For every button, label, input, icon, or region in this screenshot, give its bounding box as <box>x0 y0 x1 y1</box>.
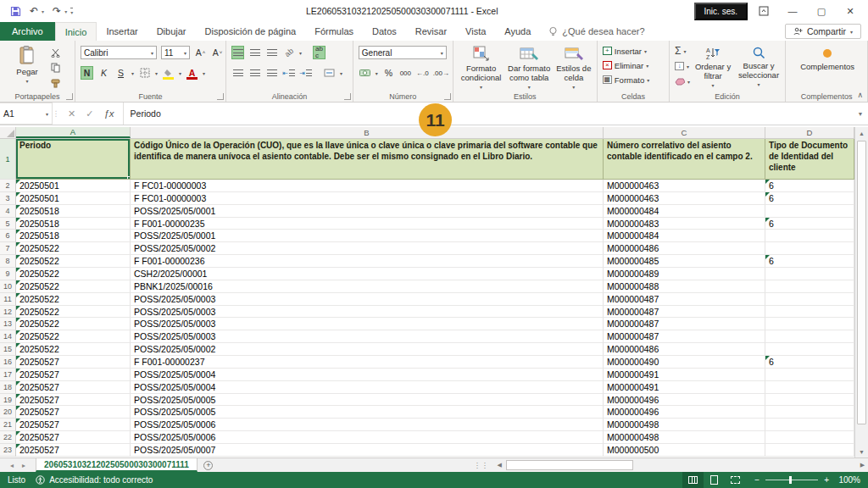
cell-doc[interactable] <box>765 205 854 218</box>
cell-cuo[interactable]: POSS/2025/05/0005 <box>131 394 604 407</box>
vertical-scrollbar-thumb[interactable] <box>857 141 866 424</box>
zoom-in-icon[interactable]: + <box>824 475 829 485</box>
cell-doc[interactable] <box>765 381 854 394</box>
format-cells-button[interactable]: ▦Formato <box>603 73 649 86</box>
tab-splitter-handle[interactable]: ⋮⋮ <box>474 458 489 472</box>
insert-cells-button[interactable]: +Insertar <box>603 44 647 58</box>
cell-period[interactable]: 20250527 <box>16 406 131 419</box>
view-normal-button[interactable] <box>682 472 704 488</box>
row-number[interactable]: 8 <box>0 255 16 268</box>
ribbon-display-options-icon[interactable] <box>751 2 776 20</box>
fill-button[interactable]: ↓ <box>675 59 690 73</box>
cell-doc[interactable] <box>765 444 854 457</box>
zoom-level[interactable]: 100% <box>837 475 868 485</box>
wrap-text-icon[interactable]: abc <box>313 46 326 59</box>
prev-sheet-icon[interactable]: ◂ <box>10 462 14 469</box>
sign-in-button[interactable]: Inic. ses. <box>694 3 748 20</box>
align-middle-icon[interactable] <box>248 46 261 59</box>
format-as-table-button[interactable]: Dar formato como tabla <box>505 44 553 91</box>
row-number[interactable]: 19 <box>0 394 16 407</box>
cell-period[interactable]: 20250522 <box>16 268 131 280</box>
row-number[interactable]: 5 <box>0 218 16 230</box>
enter-icon[interactable]: ✓ <box>86 108 93 119</box>
row-number[interactable]: 9 <box>0 268 16 280</box>
zoom-out-icon[interactable]: − <box>754 475 760 485</box>
cell-doc[interactable] <box>765 280 854 293</box>
cell-period[interactable]: 20250518 <box>16 205 131 218</box>
cell-cuo[interactable]: POSS/2025/05/0007 <box>131 444 604 457</box>
cell-asiento[interactable]: M000000484 <box>604 230 765 242</box>
cell-period[interactable]: 20250518 <box>16 230 131 242</box>
merge-caret-icon[interactable] <box>340 70 342 76</box>
cell-cuo[interactable]: F FC01-00000003 <box>131 180 604 192</box>
cell-cuo[interactable]: POSS/2025/05/0003 <box>131 330 604 343</box>
cell-asiento[interactable]: M000000484 <box>604 205 765 218</box>
row-number[interactable]: 22 <box>0 431 16 444</box>
cell-doc[interactable] <box>765 406 854 419</box>
underline-button[interactable]: S <box>114 66 127 80</box>
bold-button[interactable]: N <box>81 66 93 80</box>
cell-period[interactable]: 20250527 <box>16 381 131 394</box>
expand-formula-bar-icon[interactable]: ▼ <box>853 103 868 125</box>
cell-a1-selected[interactable]: Periodo <box>16 139 131 180</box>
undo-icon[interactable]: ↶ <box>30 6 38 16</box>
row-number[interactable]: 1 <box>0 139 16 180</box>
conditional-formatting-button[interactable]: Formato condicional <box>459 44 504 91</box>
row-number[interactable]: 17 <box>0 369 16 381</box>
cell-period[interactable]: 20250527 <box>16 431 131 444</box>
restore-button[interactable]: ▢ <box>809 2 834 20</box>
cell-asiento[interactable]: M000000490 <box>604 356 765 369</box>
customize-qat-icon[interactable]: ▾ <box>70 8 73 15</box>
addins-button[interactable]: Complementos <box>793 44 861 72</box>
cell-cuo[interactable]: POSS/2025/05/0002 <box>131 343 604 356</box>
cell-period[interactable]: 20250518 <box>16 218 131 230</box>
row-number[interactable]: 7 <box>0 242 16 255</box>
minimize-button[interactable]: — <box>780 2 805 20</box>
shrink-font-icon[interactable]: A˅ <box>211 46 224 59</box>
cell-period[interactable]: 20250522 <box>16 343 131 356</box>
format-painter-icon[interactable] <box>49 76 62 90</box>
cell-cuo[interactable]: POSS/2025/05/0006 <box>131 431 604 444</box>
cell-asiento[interactable]: M000000498 <box>604 431 765 444</box>
close-button[interactable]: ✕ <box>837 2 863 20</box>
save-icon[interactable] <box>10 6 21 17</box>
percent-style-button[interactable]: % <box>382 66 395 80</box>
row-number[interactable]: 16 <box>0 356 16 369</box>
tab-insertar[interactable]: Insertar <box>97 22 147 41</box>
cell-doc[interactable] <box>765 431 854 444</box>
row-number[interactable]: 3 <box>0 192 16 205</box>
cell-period[interactable]: 20250501 <box>16 192 131 205</box>
cell-cuo[interactable]: POSS/2025/05/0002 <box>131 242 604 255</box>
scroll-right-icon[interactable]: ▶ <box>857 462 868 469</box>
cell-period[interactable]: 20250501 <box>16 180 131 192</box>
cell-cuo[interactable]: F F001-00000235 <box>131 218 604 230</box>
align-bottom-icon[interactable] <box>265 46 278 59</box>
row-number[interactable]: 23 <box>0 444 16 457</box>
undo-caret-icon[interactable]: ▾ <box>42 8 44 14</box>
accessibility-status[interactable]: Accesibilidad: todo correcto <box>36 475 153 485</box>
row-number[interactable]: 10 <box>0 280 16 293</box>
column-header-d[interactable]: D <box>765 127 854 138</box>
cell-b1[interactable]: Código Único de la Operación (CUO), que … <box>131 139 604 180</box>
row-number[interactable]: 15 <box>0 343 16 356</box>
cell-asiento[interactable]: M000000483 <box>604 218 765 230</box>
dialog-launcher-icon[interactable] <box>344 93 351 100</box>
accounting-caret-icon[interactable] <box>376 70 378 76</box>
view-page-layout-button[interactable] <box>704 472 725 488</box>
autosum-button[interactable]: Σ <box>675 44 690 58</box>
tab-formulas[interactable]: Fórmulas <box>305 22 363 41</box>
underline-caret-icon[interactable] <box>131 70 134 76</box>
cell-asiento[interactable]: M000000498 <box>604 419 765 431</box>
cell-asiento[interactable]: M000000487 <box>604 318 765 330</box>
redo-caret-icon[interactable]: ▾ <box>64 8 67 14</box>
borders-icon[interactable] <box>138 66 151 80</box>
dialog-launcher-icon[interactable] <box>66 93 73 100</box>
formula-input[interactable]: Periodo <box>124 103 853 125</box>
cell-asiento[interactable]: M000000489 <box>604 268 765 280</box>
cell-asiento[interactable]: M000000487 <box>604 306 765 319</box>
cell-cuo[interactable]: POSS/2025/05/0006 <box>131 419 604 431</box>
cell-doc[interactable] <box>765 394 854 407</box>
cell-doc[interactable] <box>765 306 854 319</box>
cell-period[interactable]: 20250522 <box>16 318 131 330</box>
cell-doc[interactable]: 6 <box>765 218 854 230</box>
